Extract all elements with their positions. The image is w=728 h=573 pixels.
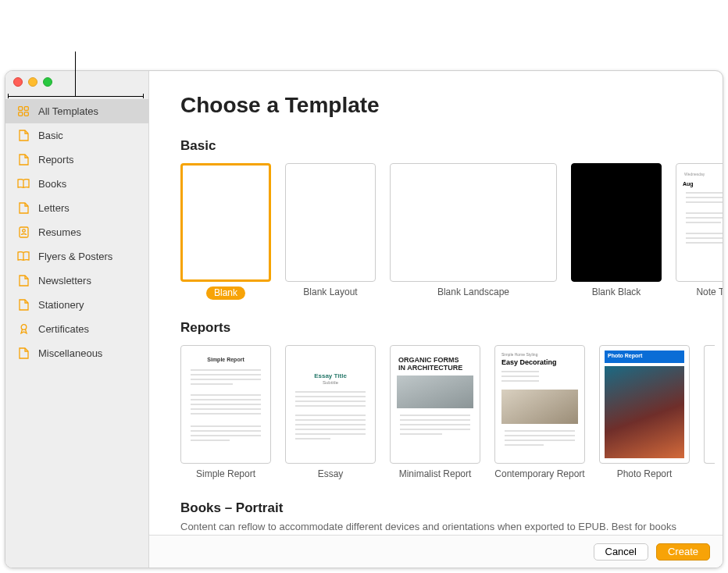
ribbon-icon (16, 323, 30, 336)
thumb-title: Photo Report (608, 353, 642, 358)
template-label: Blank (206, 286, 245, 300)
template-thumbnail[interactable]: Essay TitleSubtitle (285, 345, 376, 464)
template-thumbnail[interactable] (571, 163, 662, 282)
sidebar-item-label: Stationery (38, 299, 84, 311)
sidebar-item-stationery[interactable]: Stationery (5, 293, 148, 317)
svg-point-5 (22, 230, 25, 233)
section-title: Reports (180, 320, 723, 336)
template-thumbnail[interactable]: Simple Report (180, 345, 271, 464)
thumb-title: Essay Title (286, 372, 375, 379)
template-label: Photo Report (617, 468, 673, 480)
page-icon (16, 275, 30, 287)
sidebar-item-all-templates[interactable]: All Templates (5, 99, 148, 123)
profile-icon (16, 226, 30, 239)
thumb-subtitle: Simple Home Styling (501, 352, 537, 357)
thumb-title: ORGANIC FORMSIN ARCHITECTURE (398, 357, 462, 372)
template-label: Minimalist Report (399, 468, 472, 480)
footer-bar: Cancel Create (149, 535, 723, 568)
sidebar-item-label: Resumes (38, 226, 81, 238)
template-label: Contemporary Report (494, 468, 584, 480)
template-blank[interactable]: Blank (180, 163, 271, 300)
sidebar-item-label: Books (38, 178, 66, 190)
sidebar-item-basic[interactable]: Basic (5, 123, 148, 148)
sidebar-item-flyers-posters[interactable]: Flyers & Posters (5, 244, 148, 269)
template-thumbnail[interactable] (390, 163, 557, 282)
minimize-button[interactable] (28, 77, 37, 87)
sidebar-item-miscellaneous[interactable]: Miscellaneous (5, 341, 148, 365)
template-label: Blank Landscape (437, 286, 509, 298)
book-icon (16, 178, 30, 190)
template-contemporary-report[interactable]: Simple Home StylingEasy DecoratingContem… (494, 345, 585, 480)
sidebar-item-label: Reports (38, 154, 74, 165)
template-thumbnail[interactable] (180, 163, 271, 282)
template-photo-report[interactable]: Photo ReportPhoto Report (599, 345, 690, 480)
page-icon (16, 347, 30, 360)
template-blank-landscape[interactable]: Blank Landscape (390, 163, 557, 300)
sidebar-item-reports[interactable]: Reports (5, 148, 148, 172)
svg-rect-2 (18, 112, 22, 116)
thumb-title: Easy Decorating (501, 358, 557, 366)
sidebar-item-newsletters[interactable]: Newsletters (5, 269, 148, 293)
sidebar-item-label: Certificates (38, 323, 89, 335)
grid-icon (16, 105, 30, 118)
section-title: Books – Portrait (180, 500, 723, 516)
book-icon (16, 251, 30, 263)
template-label: Blank Black (592, 286, 641, 298)
create-button[interactable]: Create (656, 543, 710, 561)
page-icon (16, 130, 30, 142)
sidebar-item-letters[interactable]: Letters (5, 196, 148, 220)
sidebar-item-label: Newsletters (38, 275, 91, 286)
sidebar-item-label: All Templates (38, 105, 98, 117)
callout-line (75, 52, 76, 84)
template-minimalist-report[interactable]: ORGANIC FORMSIN ARCHITECTUREMinimalist R… (390, 345, 480, 480)
sidebar: All TemplatesBasicReportsBooksLettersRes… (5, 71, 149, 568)
callout-bracket (8, 96, 144, 97)
template-simple-report[interactable]: Simple ReportSimple Report (180, 345, 271, 480)
template-label: Simple Report (196, 468, 255, 480)
thumb-subtitle: Subtitle (286, 380, 375, 385)
template-thumbnail[interactable]: Photo Report (599, 345, 690, 464)
template-thumbnail[interactable]: ORGANIC FORMSIN ARCHITECTURE (390, 345, 480, 464)
svg-rect-0 (18, 107, 22, 111)
window-controls (13, 77, 52, 87)
template-chooser-window: All TemplatesBasicReportsBooksLettersRes… (5, 70, 723, 568)
svg-rect-3 (24, 112, 28, 116)
sidebar-item-label: Flyers & Posters (38, 251, 112, 262)
sidebar-item-resumes[interactable]: Resumes (5, 220, 148, 244)
template-row: Simple ReportSimple ReportEssay TitleSub… (180, 345, 723, 480)
page-title: Choose a Template (180, 93, 723, 118)
thumb-title: Simple Report (181, 357, 270, 362)
zoom-button[interactable] (43, 77, 52, 87)
main-panel: Choose a Template BasicBlankBlank Layout… (149, 71, 723, 568)
sidebar-item-label: Letters (38, 202, 70, 214)
sidebar-item-label: Basic (38, 130, 63, 141)
page-icon (16, 154, 30, 166)
template-thumbnail[interactable]: Simple Home StylingEasy Decorating (494, 345, 585, 464)
sidebar-item-books[interactable]: Books (5, 172, 148, 196)
template-label: Note Taking (696, 286, 723, 298)
template-label: Essay (318, 468, 344, 480)
template-note-taking[interactable]: WednesdayAugNote Taking (676, 163, 723, 300)
template-blank-layout[interactable]: Blank Layout (285, 163, 376, 300)
thumb-heading: Aug (683, 181, 694, 187)
cancel-button[interactable]: Cancel (594, 543, 648, 561)
svg-point-6 (21, 325, 27, 330)
close-button[interactable] (13, 77, 23, 87)
page-icon (16, 299, 30, 311)
sidebar-item-certificates[interactable]: Certificates (5, 317, 148, 341)
section-subtitle: Content can reflow to accommodate differ… (180, 521, 723, 532)
section-title: Basic (180, 138, 723, 154)
template-blank-black[interactable]: Blank Black (571, 163, 662, 300)
template-thumbnail[interactable]: WednesdayAug (676, 163, 723, 282)
page-icon (16, 202, 30, 215)
template-essay[interactable]: Essay TitleSubtitleEssay (285, 345, 376, 480)
content-area: Choose a Template BasicBlankBlank Layout… (149, 71, 723, 568)
sidebar-item-label: Miscellaneous (38, 347, 102, 359)
template-thumbnail[interactable] (285, 163, 376, 282)
template-row: BlankBlank LayoutBlank LandscapeBlank Bl… (180, 163, 723, 300)
template-label: Blank Layout (303, 286, 357, 298)
template-overflow[interactable] (704, 345, 715, 480)
svg-rect-1 (24, 107, 28, 111)
